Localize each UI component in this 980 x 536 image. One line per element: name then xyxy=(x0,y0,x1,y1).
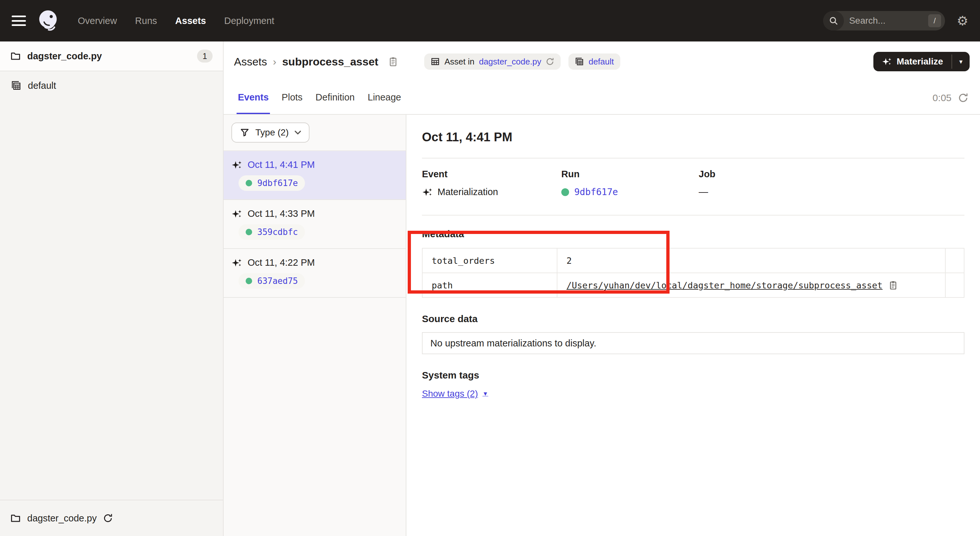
event-column-label: Event xyxy=(422,169,561,180)
source-data-empty-box: No upstream materializations to display. xyxy=(422,332,964,354)
caret-down-icon: ▼ xyxy=(482,391,488,397)
asset-in-prefix: Asset in xyxy=(444,57,474,67)
reload-location-icon[interactable] xyxy=(103,513,113,523)
event-timestamp: Oct 11, 4:41 PM xyxy=(248,159,315,170)
code-location-label: dagster_code.py xyxy=(27,51,102,62)
header-right: Search... / ⚙ xyxy=(823,11,968,30)
tab-plots[interactable]: Plots xyxy=(280,82,304,114)
event-detail-panel: Oct 11, 4:41 PM Event Materialization Ru… xyxy=(406,115,980,536)
breadcrumb-separator: › xyxy=(273,56,277,68)
run-id-pill[interactable]: 9dbf617e xyxy=(239,175,305,191)
app-header: Overview Runs Assets Deployment Search..… xyxy=(0,0,980,41)
table-row: path /Users/yuhan/dev/local/dagster_home… xyxy=(422,273,964,297)
run-id-pill[interactable]: 637aed75 xyxy=(239,273,305,289)
event-list-item[interactable]: Oct 11, 4:22 PM 637aed75 xyxy=(224,249,406,298)
run-status-dot xyxy=(561,188,569,196)
run-id-link[interactable]: 359cdbfc xyxy=(257,227,298,237)
main-nav: Overview Runs Assets Deployment xyxy=(78,16,274,26)
sidebar-item-code-location[interactable]: dagster_code.py 1 xyxy=(0,41,223,71)
job-value: — xyxy=(699,187,708,197)
group-grid-icon xyxy=(11,80,21,91)
funnel-icon xyxy=(240,128,250,137)
materialization-sparkle-icon xyxy=(231,258,242,268)
asset-tabs: Events Plots Definition Lineage 0:05 xyxy=(224,82,980,115)
copy-path-icon[interactable] xyxy=(888,280,898,290)
copy-asset-name-icon[interactable] xyxy=(388,56,398,67)
run-status-dot xyxy=(246,180,252,186)
sidebar-footer-code-location[interactable]: dagster_code.py xyxy=(0,500,223,536)
asset-in-badge: Asset in dagster_code.py xyxy=(424,54,561,70)
run-id-pill[interactable]: 359cdbfc xyxy=(239,224,305,240)
show-tags-label: Show tags (2) xyxy=(422,388,478,399)
refresh-icon[interactable] xyxy=(958,93,968,103)
event-list-item[interactable]: Oct 11, 4:33 PM 359cdbfc xyxy=(224,200,406,249)
metadata-key: path xyxy=(422,273,557,297)
refresh-timer: 0:05 xyxy=(933,82,972,114)
asset-grid-icon xyxy=(431,57,440,66)
run-status-dot xyxy=(246,229,252,235)
group-grid-icon xyxy=(575,57,584,66)
path-link[interactable]: /Users/yuhan/dev/local/dagster_home/stor… xyxy=(566,280,883,290)
divider xyxy=(422,215,964,215)
footer-code-location-label: dagster_code.py xyxy=(27,513,97,524)
nav-deployment[interactable]: Deployment xyxy=(224,16,275,26)
refresh-icon[interactable] xyxy=(546,57,554,66)
job-column-label: Job xyxy=(699,169,964,180)
table-row: total_orders 2 xyxy=(422,248,964,273)
materialize-dropdown-caret[interactable]: ▾ xyxy=(952,52,970,71)
chevron-down-icon xyxy=(294,130,301,135)
nav-overview[interactable]: Overview xyxy=(78,16,117,26)
run-status-dot xyxy=(246,278,252,284)
tab-events[interactable]: Events xyxy=(237,82,270,114)
source-data-empty-message: No upstream materializations to display. xyxy=(430,338,596,349)
materialization-sparkle-icon xyxy=(231,160,242,170)
table-spacer-cell xyxy=(945,273,964,297)
sparkle-icon xyxy=(882,57,891,67)
metadata-key: total_orders xyxy=(422,248,557,273)
asset-title-bar: Assets › subprocess_asset Asset in dagst… xyxy=(224,41,980,82)
breadcrumb-assets-link[interactable]: Assets xyxy=(234,56,267,68)
event-summary-row: Event Materialization Run 9dbf617e xyxy=(422,159,964,215)
folder-icon xyxy=(10,513,21,523)
run-column-label: Run xyxy=(561,169,699,180)
hamburger-menu-icon[interactable] xyxy=(12,16,26,26)
materialize-button[interactable]: Materialize ▾ xyxy=(873,52,970,71)
event-timestamp: Oct 11, 4:33 PM xyxy=(248,208,315,219)
system-tags-heading: System tags xyxy=(422,370,964,381)
event-list-item[interactable]: Oct 11, 4:41 PM 9dbf617e xyxy=(224,151,406,200)
asset-badges: Asset in dagster_code.py default xyxy=(424,54,620,70)
breadcrumb: Assets › subprocess_asset xyxy=(234,56,398,68)
nav-runs[interactable]: Runs xyxy=(135,16,157,26)
asset-groups-sidebar: dagster_code.py 1 default dagster_code.p… xyxy=(0,41,224,536)
code-location-link[interactable]: dagster_code.py xyxy=(479,57,541,67)
page-title: subprocess_asset xyxy=(282,56,379,68)
run-id-link[interactable]: 9dbf617e xyxy=(574,187,618,197)
event-detail-title: Oct 11, 4:41 PM xyxy=(422,130,964,144)
folder-icon xyxy=(10,51,21,61)
run-id-link[interactable]: 9dbf617e xyxy=(257,178,298,188)
table-spacer-cell xyxy=(945,248,964,273)
type-filter-button[interactable]: Type (2) xyxy=(231,122,310,143)
metadata-table: total_orders 2 path /Users/yuhan/dev/loc… xyxy=(422,248,964,298)
sidebar-item-group-default[interactable]: default xyxy=(0,71,223,100)
asset-count-badge: 1 xyxy=(197,49,213,62)
materialize-label: Materialize xyxy=(897,56,943,67)
tab-lineage[interactable]: Lineage xyxy=(366,82,402,114)
events-list-panel: Type (2) Oct 11, 4:41 PM 9dbf617e xyxy=(224,115,406,536)
nav-assets[interactable]: Assets xyxy=(175,16,206,26)
search-input[interactable]: Search... / xyxy=(823,11,945,30)
metadata-heading: Metadata xyxy=(422,229,964,240)
source-data-heading: Source data xyxy=(422,313,964,324)
search-placeholder: Search... xyxy=(849,16,928,26)
show-tags-toggle[interactable]: Show tags (2) ▼ xyxy=(422,388,488,399)
group-link[interactable]: default xyxy=(589,57,614,67)
filter-bar: Type (2) xyxy=(224,115,406,151)
search-shortcut-badge: / xyxy=(928,14,941,27)
tab-definition[interactable]: Definition xyxy=(314,82,356,114)
group-label: default xyxy=(28,80,56,91)
group-badge: default xyxy=(568,54,620,70)
search-icon xyxy=(823,11,844,30)
materialization-sparkle-icon xyxy=(231,209,242,219)
gear-icon[interactable]: ⚙ xyxy=(957,14,968,27)
run-id-link[interactable]: 637aed75 xyxy=(257,276,298,286)
